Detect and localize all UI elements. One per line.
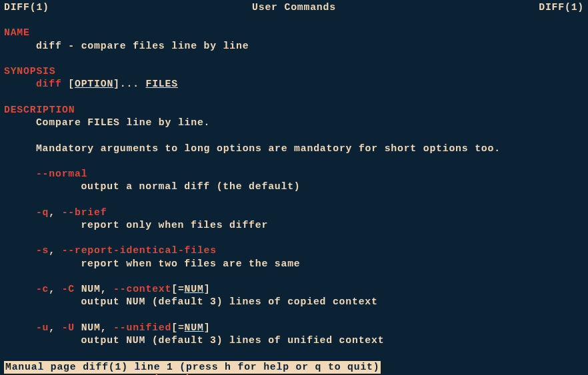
description-line1: Compare FILES line by line. — [4, 117, 584, 129]
pager-status-bar[interactable]: Manual page diff(1) line 1 (press h for … — [4, 361, 381, 374]
option-normal-flag: --normal — [36, 169, 87, 179]
synopsis-files: FILES — [146, 79, 178, 89]
blank-line — [4, 347, 584, 360]
option-normal-desc: output a normal diff (the default) — [4, 181, 584, 193]
section-name-text: diff - compare files line by line — [4, 40, 584, 53]
option-report-identical: -s, --report-identical-files — [4, 244, 584, 257]
option-context-num2: NUM — [185, 284, 204, 294]
blank-line — [4, 155, 584, 168]
option-context-num1: NUM, — [75, 284, 113, 294]
header-left: DIFF(1) — [4, 1, 49, 14]
synopsis-rbr: ]... — [113, 79, 145, 89]
option-unified-rbr: ] — [204, 322, 211, 333]
option-report-identical-sep: , — [49, 245, 61, 256]
option-context-rbr: ] — [204, 284, 211, 294]
option-context-long: --context — [113, 284, 171, 294]
option-context: -c, -C NUM, --context[=NUM] — [4, 283, 584, 296]
option-context-lbr: [= — [171, 284, 184, 294]
option-unified: -u, -U NUM, --unified[=NUM] — [4, 322, 584, 334]
option-report-identical-desc: report when two files are the same — [4, 258, 584, 270]
option-unified-long: --unified — [113, 322, 171, 333]
option-unified-lbr: [= — [171, 322, 184, 333]
header-right: DIFF(1) — [539, 1, 584, 14]
section-synopsis-line: diff [OPTION]... FILES — [4, 78, 584, 91]
section-synopsis-heading: SYNOPSIS — [4, 65, 584, 78]
option-brief-long: --brief — [62, 207, 107, 218]
option-report-identical-short: -s — [36, 245, 49, 256]
section-name-heading: NAME — [4, 27, 584, 39]
man-header: DIFF(1) User Commands DIFF(1) — [4, 1, 584, 14]
option-context-desc: output NUM (default 3) lines of copied c… — [4, 296, 584, 308]
blank-line — [4, 194, 584, 206]
option-unified-num2: NUM — [185, 322, 204, 333]
option-brief: -q, --brief — [4, 206, 584, 219]
option-unified-short: -u — [36, 322, 49, 333]
option-context-shortc: -C — [62, 284, 75, 294]
option-brief-short: -q — [36, 207, 49, 218]
option-unified-num1: NUM, — [75, 322, 113, 333]
blank-line — [4, 129, 584, 142]
blank-line — [4, 53, 584, 65]
option-context-short: -c — [36, 284, 49, 294]
header-center: User Commands — [252, 1, 336, 14]
description-line2: Mandatory arguments to long options are … — [4, 143, 584, 155]
blank-line — [4, 232, 584, 244]
option-report-identical-long: --report-identical-files — [62, 245, 217, 256]
blank-line — [4, 309, 584, 322]
synopsis-option: OPTION — [75, 79, 113, 89]
option-context-sep1: , — [49, 284, 61, 294]
section-description-heading: DESCRIPTION — [4, 104, 584, 117]
option-unified-shortu: -U — [62, 322, 75, 333]
synopsis-lbr: [ — [62, 79, 75, 89]
option-normal: --normal — [4, 168, 584, 181]
option-brief-sep: , — [49, 207, 61, 218]
blank-line — [4, 270, 584, 283]
option-unified-sep1: , — [49, 322, 61, 333]
option-brief-desc: report only when files differ — [4, 219, 584, 232]
option-unified-desc: output NUM (default 3) lines of unified … — [4, 334, 584, 347]
blank-line — [4, 91, 584, 104]
synopsis-cmd: diff — [36, 79, 62, 89]
